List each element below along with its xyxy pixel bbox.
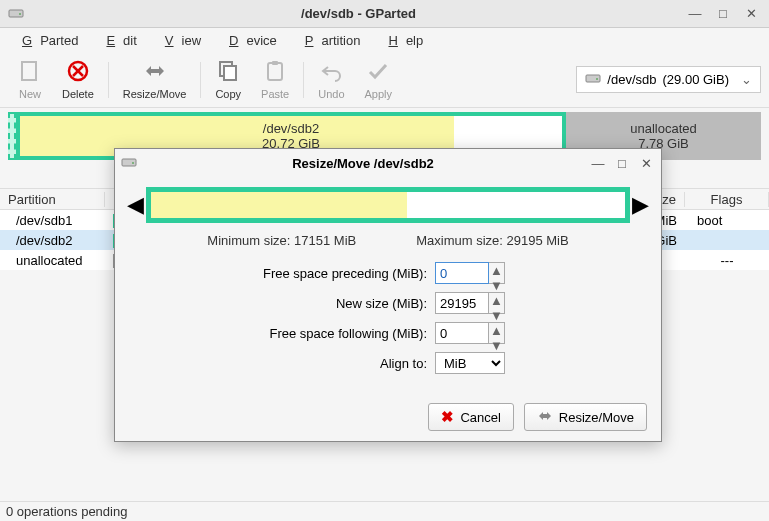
svg-rect-2 bbox=[22, 62, 36, 80]
menubar: GParted Edit View Device Partition Help bbox=[0, 28, 769, 52]
svg-rect-0 bbox=[9, 10, 23, 17]
segment-sdb2-label: /dev/sdb2 bbox=[262, 121, 320, 136]
resize-move-button[interactable]: Resize/Move bbox=[113, 56, 197, 104]
apply-icon bbox=[366, 59, 390, 86]
copy-icon bbox=[216, 59, 240, 86]
resize-icon bbox=[143, 59, 167, 86]
new-icon bbox=[18, 59, 42, 86]
drive-size: (29.00 GiB) bbox=[663, 72, 729, 87]
preceding-spinner[interactable]: ▲▼ bbox=[489, 262, 505, 284]
align-select[interactable]: MiB bbox=[435, 352, 505, 374]
minimize-button[interactable]: — bbox=[685, 4, 705, 24]
maximize-button[interactable]: □ bbox=[713, 4, 733, 24]
paste-icon bbox=[263, 59, 287, 86]
paste-button[interactable]: Paste bbox=[251, 56, 299, 104]
partition-slider[interactable] bbox=[146, 187, 630, 223]
resize-move-confirm-button[interactable]: Resize/Move bbox=[524, 403, 647, 431]
svg-rect-7 bbox=[224, 66, 236, 80]
menu-gparted[interactable]: GParted bbox=[6, 31, 86, 50]
col-flags[interactable]: Flags bbox=[685, 192, 769, 207]
delete-button[interactable]: Delete bbox=[52, 56, 104, 104]
cancel-icon: ✖ bbox=[441, 408, 454, 426]
drive-path: /dev/sdb bbox=[607, 72, 656, 87]
newsize-input[interactable] bbox=[435, 292, 489, 314]
dialog-close-button[interactable]: ✕ bbox=[637, 154, 655, 172]
preceding-label: Free space preceding (MiB): bbox=[135, 266, 435, 281]
slider-left-handle[interactable]: ◀ bbox=[125, 192, 146, 218]
cancel-button[interactable]: ✖ Cancel bbox=[428, 403, 513, 431]
col-partition[interactable]: Partition bbox=[0, 192, 105, 207]
toolbar: New Delete Resize/Move Copy Paste Undo A… bbox=[0, 52, 769, 108]
undo-button[interactable]: Undo bbox=[308, 56, 354, 104]
window-titlebar: /dev/sdb - GParted — □ ✕ bbox=[0, 0, 769, 28]
disk-icon bbox=[585, 71, 601, 88]
close-button[interactable]: ✕ bbox=[741, 4, 761, 24]
apply-button[interactable]: Apply bbox=[355, 56, 403, 104]
menu-device[interactable]: Device bbox=[213, 31, 285, 50]
delete-icon bbox=[66, 59, 90, 86]
svg-rect-9 bbox=[272, 61, 278, 65]
segment-sdb1[interactable] bbox=[8, 112, 16, 160]
resize-move-icon bbox=[537, 409, 553, 426]
chevron-down-icon: ⌄ bbox=[741, 72, 752, 87]
dialog-maximize-button[interactable]: □ bbox=[613, 154, 631, 172]
slider-right-handle[interactable]: ▶ bbox=[630, 192, 651, 218]
following-spinner[interactable]: ▲▼ bbox=[489, 322, 505, 344]
following-input[interactable] bbox=[435, 322, 489, 344]
menu-edit[interactable]: Edit bbox=[90, 31, 144, 50]
segment-sdb2-size: 20.72 GiB bbox=[262, 136, 320, 151]
segment-unalloc-label: unallocated bbox=[630, 121, 697, 136]
undo-icon bbox=[319, 59, 343, 86]
status-bar: 0 operations pending bbox=[0, 501, 769, 521]
dialog-title: Resize/Move /dev/sdb2 bbox=[137, 156, 589, 171]
newsize-spinner[interactable]: ▲▼ bbox=[489, 292, 505, 314]
resize-dialog: Resize/Move /dev/sdb2 — □ ✕ ◀ ▶ Minimum … bbox=[114, 148, 662, 442]
svg-rect-12 bbox=[122, 159, 136, 166]
window-title: /dev/sdb - GParted bbox=[32, 6, 685, 21]
svg-point-1 bbox=[19, 13, 21, 15]
svg-point-11 bbox=[596, 78, 598, 80]
menu-view[interactable]: View bbox=[149, 31, 209, 50]
following-label: Free space following (MiB): bbox=[135, 326, 435, 341]
dialog-icon bbox=[121, 155, 137, 172]
max-size-label: Maximum size: 29195 MiB bbox=[416, 233, 568, 248]
dialog-minimize-button[interactable]: — bbox=[589, 154, 607, 172]
new-button[interactable]: New bbox=[8, 56, 52, 104]
newsize-label: New size (MiB): bbox=[135, 296, 435, 311]
drive-selector[interactable]: /dev/sdb (29.00 GiB) ⌄ bbox=[576, 66, 761, 93]
preceding-input[interactable] bbox=[435, 262, 489, 284]
align-label: Align to: bbox=[135, 356, 435, 371]
status-text: 0 operations pending bbox=[6, 504, 127, 519]
svg-point-13 bbox=[132, 162, 134, 164]
min-size-label: Minimum size: 17151 MiB bbox=[207, 233, 356, 248]
menu-help[interactable]: Help bbox=[372, 31, 431, 50]
svg-rect-10 bbox=[586, 75, 600, 82]
app-icon bbox=[8, 6, 24, 22]
svg-rect-8 bbox=[268, 63, 282, 80]
copy-button[interactable]: Copy bbox=[205, 56, 251, 104]
menu-partition[interactable]: Partition bbox=[289, 31, 369, 50]
